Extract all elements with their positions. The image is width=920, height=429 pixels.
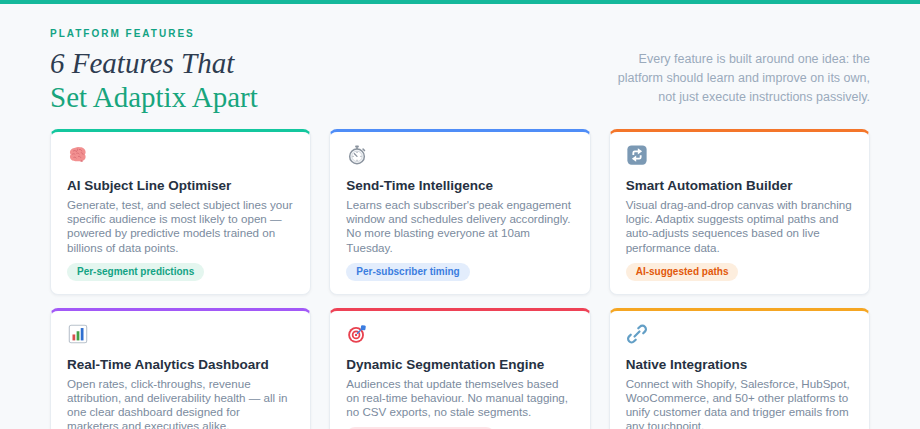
feature-description: Connect with Shopify, Salesforce, HubSpo…: [626, 377, 853, 429]
feature-card-send-time-intelligence: Send-Time Intelligence Learns each subsc…: [329, 129, 590, 295]
section-header-left: PLATFORM FEATURES 6 Features That Set Ad…: [50, 28, 258, 114]
feature-title: Send-Time Intelligence: [346, 177, 573, 194]
section-eyebrow: PLATFORM FEATURES: [50, 28, 258, 39]
bar-chart-icon: [67, 323, 89, 345]
automation-arrows-icon: [626, 144, 648, 166]
features-section: PLATFORM FEATURES 6 Features That Set Ad…: [0, 4, 920, 429]
feature-title: Real-Time Analytics Dashboard: [67, 356, 294, 373]
feature-title: Smart Automation Builder: [626, 177, 853, 194]
section-title-line1: 6 Features That: [50, 46, 258, 80]
stopwatch-icon: [346, 144, 368, 166]
section-title: 6 Features That Set Adaptix Apart: [50, 46, 258, 114]
feature-badge: Per-segment predictions: [67, 263, 204, 281]
feature-cards-grid: AI Subject Line Optimiser Generate, test…: [50, 129, 870, 429]
brain-icon: [67, 144, 89, 166]
section-intro-text: Every feature is built around one idea: …: [598, 50, 870, 107]
target-icon: [346, 323, 368, 345]
feature-title: Native Integrations: [626, 356, 853, 373]
feature-description: Visual drag-and-drop canvas with branchi…: [626, 198, 853, 255]
feature-card-dynamic-segmentation-engine: Dynamic Segmentation Engine Audiences th…: [329, 308, 590, 429]
link-icon: [626, 323, 648, 345]
feature-card-ai-subject-line-optimiser: AI Subject Line Optimiser Generate, test…: [50, 129, 311, 295]
feature-badge: AI-suggested paths: [626, 263, 739, 281]
feature-description: Open rates, click-throughs, revenue attr…: [67, 377, 294, 429]
feature-card-smart-automation-builder: Smart Automation Builder Visual drag-and…: [609, 129, 870, 295]
feature-card-real-time-analytics-dashboard: Real-Time Analytics Dashboard Open rates…: [50, 308, 311, 429]
feature-description: Generate, test, and select subject lines…: [67, 198, 294, 255]
feature-title: AI Subject Line Optimiser: [67, 177, 294, 194]
section-header: PLATFORM FEATURES 6 Features That Set Ad…: [50, 28, 870, 114]
feature-description: Audiences that update themselves based o…: [346, 377, 573, 420]
feature-title: Dynamic Segmentation Engine: [346, 356, 573, 373]
feature-badge: Per-subscriber timing: [346, 263, 469, 281]
feature-card-native-integrations: Native Integrations Connect with Shopify…: [609, 308, 870, 429]
feature-description: Learns each subscriber's peak engagement…: [346, 198, 573, 255]
section-title-line2: Set Adaptix Apart: [50, 80, 258, 114]
